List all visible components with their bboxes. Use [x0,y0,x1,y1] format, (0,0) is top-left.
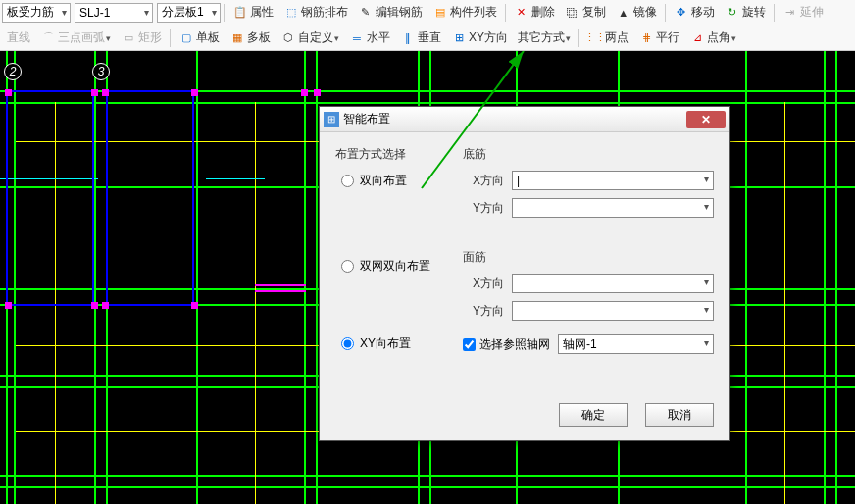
y-dir-label: Y方向 [463,200,512,217]
copy-button[interactable]: ⿻复制 [561,2,610,23]
xy-icon: ⊞ [451,30,467,46]
ref-grid-combo[interactable] [558,334,714,354]
grid-bubble: 2 [4,63,22,80]
layer-dropdown[interactable]: 分层板1 [157,3,221,23]
x-dir-label: X方向 [463,276,512,292]
top-rebar-label: 面筋 [463,249,714,266]
radio-xy-direction[interactable]: XY向布置 [341,335,463,352]
edit-rebar-button[interactable]: ✎编辑钢筋 [354,2,427,23]
multi-board-button[interactable]: ▦多板 [226,27,275,48]
rotate-button[interactable]: ↻旋转 [721,2,770,23]
ref-grid-checkbox[interactable] [463,338,476,351]
delete-button[interactable]: ✕删除 [510,2,559,23]
other-mode-button[interactable]: 其它方式▾ [514,27,575,48]
copy-icon: ⿻ [565,5,580,21]
point-angle-icon: ⊿ [689,30,705,46]
point-angle-button[interactable]: ⊿点角▾ [685,27,740,48]
selection-rect [6,90,94,306]
two-point-button[interactable]: ⋮⋮两点 [583,27,632,48]
arc3-button: ⌒三点画弧▾ [36,27,115,48]
rect-icon: ▭ [121,30,136,46]
line-button: 直线 [3,27,34,48]
mirror-icon: ▲ [616,5,631,21]
dialog-icon: ⊞ [324,112,339,127]
y-dir-label: Y方向 [463,303,512,320]
single-board-button[interactable]: ▢单板 [175,27,224,48]
move-button[interactable]: ✥移动 [670,2,719,23]
delete-icon: ✕ [514,5,529,21]
vertical-icon: ‖ [400,30,416,46]
rotate-icon: ↻ [725,5,740,21]
rebar-layout-icon: ⬚ [283,5,299,21]
bottom-x-combo[interactable] [512,171,714,190]
grid-bubble: 3 [92,63,110,80]
rebar-layout-button[interactable]: ⬚钢筋排布 [279,2,352,23]
parallel-icon: ⋕ [638,30,654,46]
custom-icon: ⬡ [280,30,296,46]
radio-bidirectional[interactable]: 双向布置 [341,173,463,189]
ok-button[interactable]: 确定 [559,403,628,427]
vertical-button[interactable]: ‖垂直 [396,27,445,48]
attributes-button[interactable]: 📋属性 [228,2,277,23]
component-type-dropdown[interactable]: 板受力筋 [2,3,71,23]
attributes-icon: 📋 [232,5,248,21]
bottom-rebar-label: 底筋 [463,146,714,163]
mirror-button[interactable]: ▲镜像 [612,2,661,23]
extend-button: ⇥延伸 [779,2,828,23]
list-icon: ▤ [432,5,448,21]
component-instance-dropdown[interactable]: SLJ-1 [75,3,153,23]
arc-icon: ⌒ [40,30,56,46]
selection-rect [106,90,194,306]
top-x-combo[interactable] [512,274,714,293]
x-dir-label: X方向 [463,173,512,189]
rect-button: ▭矩形 [117,27,166,48]
dialog-titlebar[interactable]: ⊞ 智能布置 ✕ [320,107,729,132]
single-board-icon: ▢ [178,30,194,46]
horizontal-icon: ═ [349,30,365,46]
radio-double-grid[interactable]: 双网双向布置 [341,258,463,275]
custom-button[interactable]: ⬡自定义▾ [277,27,343,48]
top-y-combo[interactable] [512,301,714,321]
xy-direction-button[interactable]: ⊞XY方向 [447,27,512,48]
close-button[interactable]: ✕ [686,111,726,128]
parallel-button[interactable]: ⋕平行 [634,27,683,48]
horizontal-button[interactable]: ═水平 [345,27,394,48]
toolbar-row-1: 板受力筋 SLJ-1 分层板1 📋属性 ⬚钢筋排布 ✎编辑钢筋 ▤构件列表 ✕删… [0,0,855,25]
component-list-button[interactable]: ▤构件列表 [428,2,501,23]
cancel-button[interactable]: 取消 [645,403,714,427]
multi-board-icon: ▦ [229,30,245,46]
two-point-icon: ⋮⋮ [587,30,603,46]
move-icon: ✥ [674,5,689,21]
dialog-title: 智能布置 [343,111,390,127]
edit-rebar-icon: ✎ [358,5,374,21]
toolbar-row-2: 直线 ⌒三点画弧▾ ▭矩形 ▢单板 ▦多板 ⬡自定义▾ ═水平 ‖垂直 ⊞XY方… [0,25,855,51]
layout-mode-group-label: 布置方式选择 [335,146,463,163]
extend-icon: ⇥ [782,5,798,21]
bottom-y-combo[interactable] [512,198,714,218]
smart-layout-dialog: ⊞ 智能布置 ✕ 布置方式选择 双向布置 双网双向布置 XY向布置 底筋 X方向… [319,106,730,441]
ref-grid-label: 选择参照轴网 [479,336,550,353]
